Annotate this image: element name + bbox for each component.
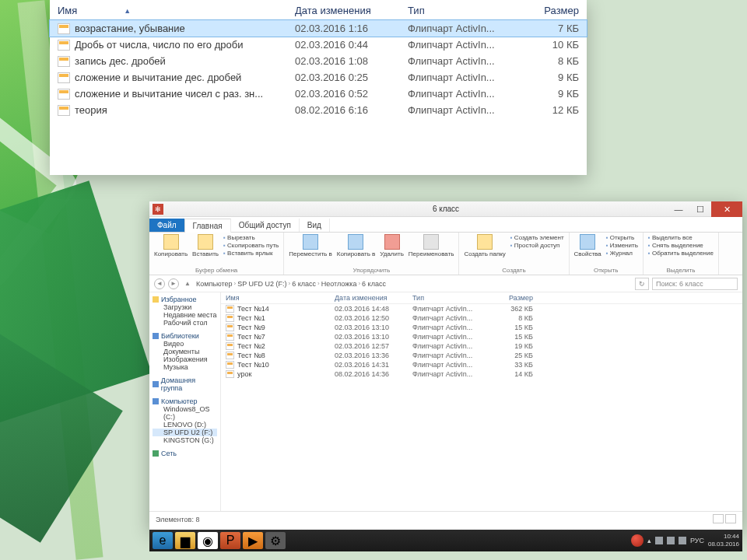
file-row[interactable]: Тест №1402.03.2016 14:48Флипчарт ActivIn… — [221, 304, 742, 313]
cut-button[interactable]: Вырезать — [223, 234, 279, 241]
taskbar-powerpoint-icon[interactable]: P — [220, 532, 240, 549]
tree-item[interactable]: Рабочий стол — [153, 319, 217, 327]
edit-button[interactable]: Изменить — [606, 242, 638, 249]
breadcrumb[interactable]: Компьютер›SP UFD U2 (F:)›6 класс›Неотлож… — [196, 280, 386, 288]
tree-computer[interactable]: Компьютер — [153, 397, 217, 405]
file-row[interactable]: Тест №1002.03.2016 14:31Флипчарт ActivIn… — [221, 360, 742, 369]
tab-view[interactable]: Вид — [300, 219, 330, 232]
tray-action-center-icon[interactable] — [655, 537, 663, 544]
fheader-type[interactable]: Тип — [412, 294, 486, 302]
refresh-button[interactable]: ↻ — [635, 278, 649, 290]
status-bar: Элементов: 8 — [149, 511, 742, 527]
close-button[interactable]: ✕ — [711, 201, 742, 217]
explorer-window: ✻ 6 класс — ☐ ✕ Файл Главная Общий досту… — [149, 201, 742, 530]
properties-button[interactable]: Свойства — [574, 234, 601, 257]
flipchart-icon — [58, 72, 70, 83]
tray-alert-icon[interactable] — [631, 534, 644, 547]
tree-item[interactable]: Windows8_OS (C:) — [153, 405, 217, 421]
file-row[interactable]: возрастание, убывание02.03.2016 1:16Флип… — [50, 20, 587, 37]
taskbar-chrome-icon[interactable]: ◉ — [198, 532, 218, 549]
header-date[interactable]: Дата изменения — [295, 5, 408, 16]
history-button[interactable]: Журнал — [606, 250, 638, 257]
address-bar: ◄ ► ▲ Компьютер›SP UFD U2 (F:)›6 класс›Н… — [149, 275, 742, 292]
tray-language[interactable]: РУС — [690, 537, 704, 544]
file-row[interactable]: Тест №702.03.2016 13:10Флипчарт ActivIn.… — [221, 332, 742, 341]
tree-item[interactable]: KINGSTON (G:) — [153, 436, 217, 444]
tree-item[interactable]: Изображения — [153, 355, 217, 363]
fheader-size[interactable]: Размер — [486, 294, 533, 302]
tree-network[interactable]: Сеть — [153, 450, 217, 457]
new-item-button[interactable]: Создать элемент — [510, 234, 564, 241]
crumb[interactable]: Компьютер — [196, 280, 233, 288]
taskbar-app-icon[interactable]: ⚙ — [265, 532, 286, 549]
group-open-label: Открыть — [574, 267, 638, 274]
system-tray[interactable]: ▴ РУС 10:4408.03.2016 — [631, 533, 739, 548]
copy-path-button[interactable]: Скопировать путь — [223, 242, 279, 249]
titlebar[interactable]: ✻ 6 класс — ☐ ✕ — [149, 201, 742, 217]
file-row[interactable]: запись дес. дробей02.03.2016 1:08Флипчар… — [50, 53, 587, 69]
file-row[interactable]: Тест №902.03.2016 13:10Флипчарт ActivIn.… — [221, 323, 742, 332]
crumb[interactable]: 6 класс — [292, 280, 316, 288]
tree-item[interactable]: Загрузки — [153, 303, 217, 311]
column-headers: Имя▲ Дата изменения Тип Размер — [50, 0, 587, 20]
delete-button[interactable]: Удалить — [380, 234, 404, 257]
back-button[interactable]: ◄ — [154, 278, 165, 289]
crumb[interactable]: SP UFD U2 (F:) — [237, 280, 286, 288]
fheader-name[interactable]: Имя — [226, 294, 335, 302]
header-name[interactable]: Имя▲ — [58, 5, 295, 16]
crumb[interactable]: Неотложка — [321, 280, 357, 288]
flipchart-icon — [226, 305, 234, 313]
select-none-button[interactable]: Снять выделение — [648, 242, 714, 249]
tray-network-icon[interactable] — [667, 537, 675, 544]
view-buttons[interactable] — [711, 514, 736, 525]
taskbar-explorer-icon[interactable]: ▆ — [175, 532, 195, 549]
easy-access-button[interactable]: Простой доступ — [510, 242, 564, 249]
taskbar-media-icon[interactable]: ▶ — [243, 532, 263, 549]
tab-home[interactable]: Главная — [184, 219, 231, 233]
rename-button[interactable]: Переименовать — [409, 234, 454, 257]
paste-button[interactable]: Вставить — [192, 234, 219, 257]
copy-to-button[interactable]: Копировать в — [337, 234, 376, 257]
tree-favorites[interactable]: Избранное — [153, 296, 217, 303]
tray-expand-icon[interactable]: ▴ — [647, 537, 651, 544]
tab-share[interactable]: Общий доступ — [231, 219, 300, 232]
fheader-date[interactable]: Дата изменения — [335, 294, 412, 302]
tree-libraries[interactable]: Библиотеки — [153, 332, 217, 340]
open-button[interactable]: Открыть — [606, 234, 638, 241]
tree-item[interactable]: LENOVO (D:) — [153, 421, 217, 429]
tree-item[interactable]: Музыка — [153, 363, 217, 371]
maximize-button[interactable]: ☐ — [689, 201, 711, 217]
header-type[interactable]: Тип — [408, 5, 509, 16]
file-row[interactable]: теория08.02.2016 6:16Флипчарт ActivIn...… — [50, 102, 587, 118]
nav-tree[interactable]: Избранное ЗагрузкиНедавние местаРабочий … — [149, 292, 221, 511]
tray-sound-icon[interactable] — [679, 537, 686, 544]
tree-item[interactable]: Документы — [153, 348, 217, 355]
forward-button[interactable]: ► — [168, 278, 179, 289]
file-row[interactable]: Тест №102.03.2016 12:50Флипчарт ActivIn.… — [221, 313, 742, 323]
flipchart-icon — [226, 352, 234, 359]
file-row[interactable]: Тест №202.03.2016 12:57Флипчарт ActivIn.… — [221, 341, 742, 351]
taskbar-ie-icon[interactable]: e — [153, 532, 173, 549]
tree-item[interactable]: SP UFD U2 (F:) — [153, 429, 217, 436]
paste-shortcut-button[interactable]: Вставить ярлык — [223, 250, 279, 257]
file-row[interactable]: сложение и вычитание чисел с раз. зн...0… — [50, 86, 587, 102]
tree-homegroup[interactable]: Домашняя группа — [153, 376, 217, 392]
new-folder-button[interactable]: Создать папку — [464, 234, 505, 257]
file-row[interactable]: сложение и вычитание дес. дробей02.03.20… — [50, 69, 587, 86]
tray-clock[interactable]: 10:4408.03.2016 — [708, 533, 739, 548]
search-input[interactable]: Поиск: 6 класс — [652, 278, 738, 290]
copy-button[interactable]: Копировать — [154, 234, 188, 257]
tree-item[interactable]: Недавние места — [153, 311, 217, 319]
move-to-button[interactable]: Переместить в — [289, 234, 331, 257]
minimize-button[interactable]: — — [668, 201, 689, 217]
file-row[interactable]: урок08.02.2016 14:36Флипчарт ActivIn...1… — [221, 369, 742, 379]
tree-item[interactable]: Видео — [153, 340, 217, 348]
invert-selection-button[interactable]: Обратить выделение — [648, 250, 714, 257]
file-row[interactable]: Тест №802.03.2016 13:36Флипчарт ActivIn.… — [221, 351, 742, 360]
up-button[interactable]: ▲ — [182, 278, 193, 289]
tab-file[interactable]: Файл — [149, 219, 184, 232]
crumb[interactable]: 6 класс — [362, 280, 386, 288]
header-size[interactable]: Размер — [509, 5, 579, 16]
select-all-button[interactable]: Выделить все — [648, 234, 714, 241]
file-row[interactable]: Дробь от числа, число по его дроби02.03.… — [50, 37, 587, 53]
